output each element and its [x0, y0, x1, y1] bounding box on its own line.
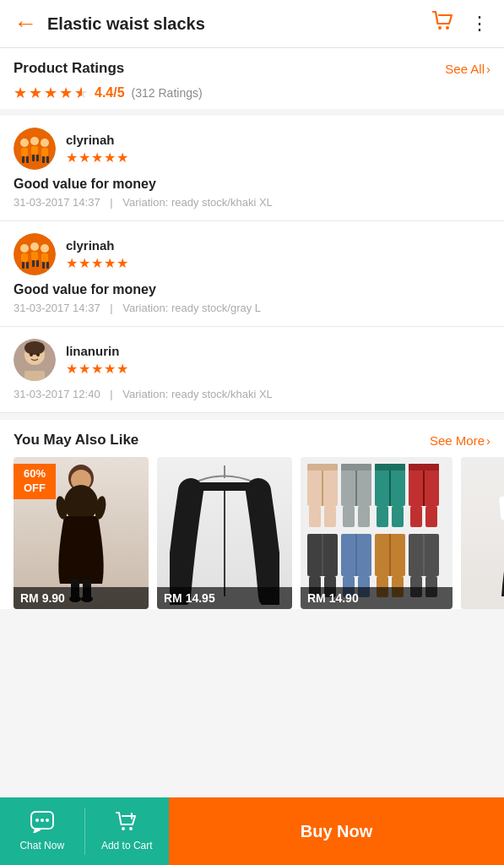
avatar: [14, 339, 56, 381]
svg-point-0: [438, 26, 442, 30]
svg-point-31: [30, 353, 33, 356]
svg-rect-22: [22, 262, 24, 269]
review-card: linanurin ★ ★ ★ ★ ★ 31-03-2017 12:40 | V…: [0, 327, 504, 413]
svg-point-96: [122, 827, 125, 830]
product-price: RM 14.95: [157, 587, 292, 609]
products-row: 60%OFF RM 9.90: [0, 457, 504, 609]
review-stars: ★ ★ ★ ★ ★: [66, 255, 128, 271]
reviewer-info: clyrinah ★ ★ ★ ★ ★: [66, 133, 128, 166]
bottom-bar: Chat Now Add to Cart Buy Now: [0, 797, 504, 865]
review-meta: 31-03-2017 14:37 | Variation: ready stoc…: [14, 196, 490, 209]
svg-rect-10: [26, 156, 29, 163]
svg-rect-90: [499, 496, 504, 520]
svg-rect-25: [36, 260, 39, 267]
review-stars: ★ ★ ★ ★ ★: [66, 361, 128, 377]
product-price: RM 9.90: [14, 587, 149, 609]
svg-rect-62: [409, 464, 439, 471]
avatar: [14, 233, 56, 275]
svg-rect-19: [31, 252, 38, 260]
svg-rect-52: [341, 464, 371, 471]
svg-rect-65: [425, 506, 437, 527]
svg-rect-24: [32, 260, 35, 267]
svg-rect-49: [309, 506, 321, 527]
product-card[interactable]: RM 14.95: [157, 457, 292, 609]
add-to-cart-button[interactable]: Add to Cart: [85, 797, 170, 865]
review-comment: Good value for money: [14, 282, 490, 297]
svg-point-32: [36, 353, 40, 356]
svg-rect-55: [358, 506, 370, 527]
svg-rect-50: [324, 506, 336, 527]
ratings-section: Product Ratings See All › ★ ★ ★ ★ ★ ★ 4.…: [0, 48, 504, 116]
avatar: [14, 128, 56, 170]
review-meta: 31-03-2017 12:40 | Variation: ready stoc…: [14, 388, 490, 400]
svg-point-1: [446, 26, 449, 30]
chat-now-button[interactable]: Chat Now: [0, 797, 84, 865]
svg-rect-23: [26, 262, 29, 269]
svg-point-16: [20, 244, 29, 253]
svg-point-97: [129, 827, 133, 830]
product-image: [461, 457, 504, 609]
svg-rect-4: [21, 148, 28, 156]
product-image: 60%OFF RM 9.90: [14, 457, 149, 609]
svg-point-20: [41, 244, 49, 253]
svg-point-95: [46, 819, 49, 822]
review-stars: ★ ★ ★ ★ ★: [66, 150, 128, 166]
reviewer-info: clyrinah ★ ★ ★ ★ ★: [66, 238, 128, 271]
svg-rect-27: [46, 262, 49, 269]
reviewer-info: linanurin ★ ★ ★ ★ ★: [66, 344, 128, 377]
header: ← Elastic waist slacks ⋮: [0, 0, 504, 48]
see-all-button[interactable]: See All ›: [445, 62, 490, 76]
svg-rect-17: [21, 253, 28, 262]
svg-rect-14: [46, 156, 49, 163]
ratings-title: Product Ratings: [14, 60, 124, 77]
rating-score: 4.4/5: [95, 85, 125, 101]
svg-rect-64: [410, 506, 422, 527]
buy-now-button[interactable]: Buy Now: [169, 797, 504, 865]
see-more-button[interactable]: See More ›: [430, 433, 490, 448]
discount-badge: 60%OFF: [14, 464, 56, 499]
svg-point-7: [41, 139, 49, 147]
reviewer-name: clyrinah: [66, 238, 128, 253]
buy-label: Buy Now: [301, 822, 373, 841]
svg-rect-12: [36, 155, 39, 161]
reviews-container: clyrinah ★ ★ ★ ★ ★ Good value for money …: [0, 116, 504, 413]
back-button[interactable]: ←: [14, 12, 37, 35]
svg-rect-60: [392, 506, 404, 527]
review-comment: Good value for money: [14, 177, 490, 192]
product-card[interactable]: RM 14.90: [301, 457, 453, 609]
svg-rect-54: [343, 506, 355, 527]
product-image: RM 14.95: [157, 457, 292, 609]
review-card: clyrinah ★ ★ ★ ★ ★ Good value for money …: [0, 221, 504, 327]
star-1: ★: [14, 84, 27, 102]
product-card[interactable]: 60%OFF RM 9.90: [14, 457, 149, 609]
rating-count: (312 Ratings): [132, 86, 203, 100]
cart-icon[interactable]: [431, 10, 455, 37]
also-like-title: You May Also Like: [14, 432, 138, 449]
star-5-half: ★ ★: [74, 84, 88, 102]
svg-rect-11: [32, 155, 35, 161]
svg-point-18: [30, 242, 39, 251]
svg-point-3: [20, 139, 29, 147]
star-3: ★: [44, 84, 57, 102]
ratings-summary: ★ ★ ★ ★ ★ ★ 4.4/5 (312 Ratings): [14, 84, 490, 102]
chat-label: Chat Now: [19, 840, 64, 851]
reviewer-name: clyrinah: [66, 133, 128, 147]
svg-rect-33: [24, 371, 45, 381]
also-like-section: You May Also Like See More ›: [0, 420, 504, 609]
svg-rect-26: [42, 262, 45, 269]
stars-row: ★ ★ ★ ★ ★ ★: [14, 84, 88, 102]
cart-label: Add to Cart: [101, 840, 153, 851]
svg-point-93: [35, 819, 39, 822]
page-title: Elastic waist slacks: [47, 14, 431, 34]
svg-point-5: [30, 137, 39, 145]
star-2: ★: [29, 84, 42, 102]
chat-cart-section: Chat Now Add to Cart: [0, 797, 169, 865]
more-options-icon[interactable]: ⋮: [470, 13, 490, 35]
svg-rect-59: [377, 506, 388, 527]
product-card[interactable]: [461, 457, 504, 609]
star-4: ★: [59, 84, 73, 102]
chat-icon: [30, 811, 54, 836]
svg-rect-47: [307, 464, 338, 471]
svg-rect-6: [31, 146, 38, 155]
svg-rect-9: [22, 156, 24, 163]
